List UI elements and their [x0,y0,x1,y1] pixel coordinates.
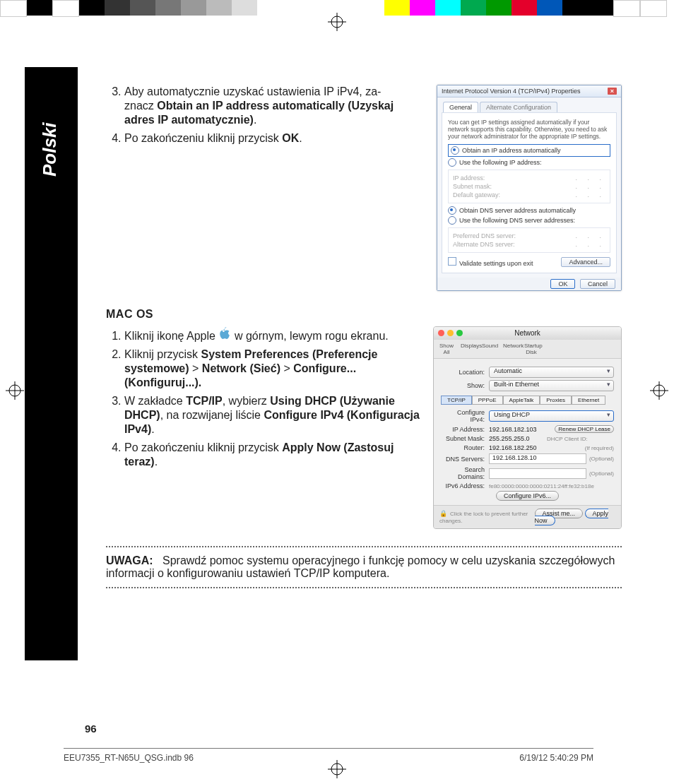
registration-mark-right [650,381,668,400]
content-area: Aby automatycznie uzyskać ustawienia IP … [106,85,622,588]
search-domains-input[interactable] [489,468,586,479]
radio-use-dns[interactable]: Use the following DNS server addresses: [448,216,610,225]
ok-button[interactable]: OK [550,279,575,289]
tab-general[interactable]: General [443,102,478,112]
close-icon[interactable] [438,330,444,336]
macos-window-screenshot: Network Show All Displays Sound Network … [433,326,622,529]
tab-altconfig[interactable]: Alternate Configuration [480,102,557,112]
cancel-button[interactable]: Cancel [580,279,615,289]
close-icon[interactable]: × [608,88,617,95]
macos-instructions: Kliknij ikonę Apple w górnym, lewym rogu… [106,326,420,529]
windows-dialog-screenshot: Internet Protocol Version 4 (TCP/IPv4) P… [437,85,622,291]
lock-hint: 🔒Click the lock to prevent further chang… [439,510,535,524]
row-macos: Kliknij ikonę Apple w górnym, lewym rogu… [106,326,622,529]
registration-mark-top [328,13,346,31]
dialog-title: Internet Protocol Version 4 (TCP/IPv4) P… [442,88,581,95]
page-number: 96 [85,723,97,735]
mac-step-2: Kliknij przycisk System Preferences (Pre… [124,348,420,390]
radio-auto-ip[interactable]: Obtain an IP address automatically [448,144,610,157]
toolbar-showall[interactable]: Show All [439,343,454,355]
radio-auto-dns[interactable]: Obtain DNS server address automatically [448,206,610,215]
page-area: Polski Aby automatycznie uzyskać ustawie… [39,42,632,749]
toolbar-startup[interactable]: Startup Disk [524,343,538,355]
show-select[interactable]: Built-in Ethernet [489,380,614,391]
toolbar-displays[interactable]: Displays [461,343,475,355]
row-windows: Aby automatycznie uzyskać ustawienia IP … [106,85,622,291]
apple-icon [218,326,231,339]
language-label: Polski [39,122,61,177]
lock-icon[interactable]: 🔒 [439,510,447,517]
ip-fields: IP address:. . . Subnet mask:. . . Defau… [448,170,610,203]
dialog-hint: You can get IP settings assigned automat… [448,119,610,140]
ipv4-properties-dialog: Internet Protocol Version 4 (TCP/IPv4) P… [437,85,622,291]
footer-file: EEU7355_RT-N65U_QSG.indb 96 [64,753,194,763]
print-footer: EEU7355_RT-N65U_QSG.indb 96 6/19/12 5:40… [64,748,593,763]
zoom-icon[interactable] [456,330,463,336]
win-step-4: Po zakończeniu kliknij przycisk OK. [124,131,424,145]
tab-ethernet[interactable]: Ethernet [572,396,605,405]
language-tab: Polski [25,67,78,660]
mac-window-title: Network [438,329,617,337]
configure-ipv6-button[interactable]: Configure IPv6... [496,491,559,501]
footer-stamp: 6/19/12 5:40:29 PM [519,753,593,763]
renew-dhcp-button[interactable]: Renew DHCP Lease [555,425,614,433]
validate-checkbox[interactable]: Validate settings upon exit [448,257,533,267]
location-select[interactable]: Automatic [489,367,614,378]
note-block: UWAGA: Sprawdź pomoc systemu operacyjneg… [106,546,622,588]
tab-tcpip[interactable]: TCP/IP [441,396,472,405]
tab-proxies[interactable]: Proxies [540,396,572,405]
minimize-icon[interactable] [447,330,454,336]
note-text: Sprawdź pomoc systemu operacyjnego i fun… [106,554,615,579]
win-step-3: Aby automatycznie uzyskać ustawienia IP … [124,85,424,127]
advanced-button[interactable]: Advanced... [561,257,610,267]
mac-step-3: W zakładce TCP/IP, wybierz Using DHCP (U… [124,394,420,436]
dns-fields: Preferred DNS server:. . . Alternate DNS… [448,227,610,253]
mac-toolbar: Show All Displays Sound Network Startup … [434,340,621,359]
mac-step-4: Po zakończeniu kliknij przycisk Apply No… [124,441,420,469]
mac-step-1: Kliknij ikonę Apple w górnym, lewym rogu… [124,326,420,343]
macos-heading: MAC OS [106,308,622,321]
tab-pppoe[interactable]: PPPoE [472,396,503,405]
configure-ipv4-select[interactable]: Using DHCP [489,410,614,422]
mac-tab-bar: TCP/IP PPPoE AppleTalk Proxies Ethernet [441,396,614,405]
registration-mark-left [6,381,24,400]
radio-use-ip[interactable]: Use the following IP address: [448,158,610,167]
tab-appletalk[interactable]: AppleTalk [503,396,540,405]
mac-network-window: Network Show All Displays Sound Network … [433,326,622,529]
dns-input[interactable]: 192.168.128.10 [489,453,586,464]
toolbar-sound[interactable]: Sound [482,343,496,355]
note-label: UWAGA: [106,554,153,566]
toolbar-network[interactable]: Network [503,343,517,355]
windows-instructions: Aby automatycznie uzyskać ustawienia IP … [106,85,424,291]
